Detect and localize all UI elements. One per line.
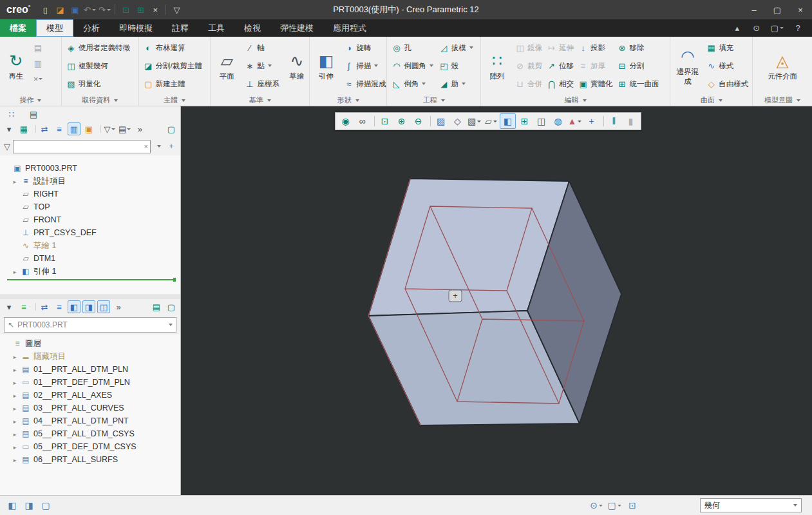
- ribbon-tab[interactable]: 即時模擬: [109, 19, 162, 37]
- group-label-editing[interactable]: 編輯: [483, 95, 668, 106]
- new-body-button[interactable]: ▢新建主體: [141, 75, 204, 93]
- customize-quick-access-icon[interactable]: ▽: [169, 2, 184, 17]
- expand-arrow-icon[interactable]: [12, 365, 18, 374]
- command-search-icon[interactable]: ⊙: [751, 21, 762, 36]
- windows-icon[interactable]: ⊞: [133, 2, 147, 17]
- expand-arrow-icon[interactable]: [3, 339, 10, 348]
- layer-tree-item[interactable]: 圖層: [3, 337, 180, 350]
- offset-button[interactable]: ↗位移: [544, 57, 576, 75]
- browser-pane-icon[interactable]: ◧: [5, 498, 19, 512]
- ribbon-tab[interactable]: 檔案: [0, 19, 36, 37]
- tree-settings-icon[interactable]: ▤: [118, 122, 131, 135]
- expand-arrow-icon[interactable]: [12, 403, 18, 413]
- notebook-icon[interactable]: ▢: [165, 300, 178, 313]
- model-tree-item[interactable]: 引伸 1: [3, 265, 180, 278]
- boolean-operations-button[interactable]: ◐布林運算: [141, 39, 204, 57]
- model-tree-tab-icon[interactable]: ∷: [5, 108, 18, 121]
- ribbon-tab[interactable]: 應用程式: [323, 19, 376, 37]
- solidify-button[interactable]: ▣實體化: [576, 75, 615, 93]
- swept-blend-button[interactable]: ≈掃描混成: [341, 75, 388, 93]
- feature-list-icon[interactable]: ▣: [82, 122, 95, 135]
- model-tree-item[interactable]: FRONT: [3, 213, 180, 226]
- selection-filter-combobox[interactable]: 幾何: [700, 498, 802, 512]
- expand-arrow-icon[interactable]: [12, 455, 18, 464]
- thicken-button[interactable]: ≡加厚: [576, 57, 615, 75]
- rib-button[interactable]: ◢肋: [437, 75, 475, 93]
- intersect-button[interactable]: ⋂相交: [544, 75, 576, 93]
- model-tree-item[interactable]: TOP: [3, 200, 180, 213]
- show-status-toggle-icon[interactable]: ◫: [97, 300, 110, 313]
- layer-info-icon[interactable]: ▤: [150, 300, 163, 313]
- undo-icon[interactable]: ↶: [82, 2, 97, 17]
- layer-tree-item[interactable]: 隱藏項目: [3, 350, 180, 363]
- group-label-get-data[interactable]: 取得資料: [64, 95, 137, 106]
- redo-icon[interactable]: ↷: [97, 2, 111, 17]
- model-tree-filter-input[interactable]: [13, 140, 151, 153]
- expand-arrow-icon[interactable]: [12, 429, 18, 438]
- expand-arrow-icon[interactable]: [12, 177, 18, 186]
- remove-button[interactable]: ⊗移除: [615, 39, 661, 57]
- ribbon-tab[interactable]: 工具: [198, 19, 234, 37]
- component-interface-button[interactable]: ◬元件介面: [766, 39, 799, 95]
- folder-browser-tab-icon[interactable]: ▤: [27, 108, 40, 121]
- draft-button[interactable]: ◿拔模: [437, 39, 475, 57]
- show-layers-toggle-icon[interactable]: ◨: [82, 300, 95, 313]
- layer-tree-item[interactable]: 05__PRT_DEF_DTM_CSYS: [3, 440, 180, 453]
- full-screen-icon[interactable]: ▢: [39, 498, 53, 512]
- navigator-pane-icon[interactable]: ◨: [22, 498, 36, 512]
- paste-icon[interactable]: ▤: [32, 41, 44, 54]
- paste-special-icon[interactable]: ▥: [32, 57, 44, 70]
- model-tree-item[interactable]: RIGHT: [3, 188, 180, 200]
- group-label-engineering[interactable]: 工程: [389, 95, 478, 106]
- extend-button[interactable]: ↦延伸: [544, 39, 576, 57]
- group-label-model-intent[interactable]: 模型意圖: [755, 95, 810, 106]
- model-tree-item[interactable]: DTM1: [3, 252, 180, 265]
- window-display-icon[interactable]: ▢: [771, 21, 784, 36]
- expand-arrow-icon[interactable]: [12, 352, 18, 361]
- find-icon[interactable]: ⊡: [625, 498, 639, 512]
- tree-list-icon[interactable]: ≡: [53, 122, 66, 135]
- mirror-button[interactable]: ◫鏡像: [513, 39, 544, 57]
- layer-list-icon[interactable]: ≡: [53, 300, 66, 313]
- shrinkwrap-button[interactable]: ▧羽量化: [64, 75, 133, 93]
- expand-arrow-icon[interactable]: [12, 378, 18, 387]
- style-button[interactable]: ∿樣式: [704, 57, 750, 75]
- expand-arrow-icon[interactable]: [12, 241, 18, 250]
- group-label-shapes[interactable]: 形狀: [312, 95, 384, 106]
- expand-arrow-icon[interactable]: [3, 164, 10, 173]
- layer-object-combobox[interactable]: ↖ PRT0003.PRT: [4, 317, 176, 333]
- regenerate-button[interactable]: ↻ 再生: [2, 39, 30, 95]
- layer-tree-item[interactable]: 04__PRT_ALL_DTM_PNT: [3, 414, 180, 427]
- collapse-tree-icon[interactable]: ▾: [3, 122, 15, 135]
- notebook-icon[interactable]: ▢: [165, 122, 178, 135]
- round-button[interactable]: ◠倒圓角: [389, 57, 435, 75]
- coordinate-system-button[interactable]: ⊥座標系: [242, 75, 281, 93]
- boundary-blend-button[interactable]: ◠邊界混成: [672, 39, 703, 95]
- help-icon[interactable]: ?: [793, 21, 803, 36]
- ribbon-tab[interactable]: 彈性建模: [270, 19, 323, 37]
- box-select-icon[interactable]: ▢: [607, 498, 621, 512]
- expand-arrow-icon[interactable]: [12, 254, 18, 263]
- revolve-button[interactable]: ◑旋轉: [341, 39, 388, 57]
- expand-arrow-icon[interactable]: [12, 202, 18, 211]
- active-tree-icon[interactable]: ▦: [17, 122, 30, 135]
- fill-button[interactable]: ▦填充: [704, 39, 750, 57]
- copy-geometry-button[interactable]: ◫複製幾何: [64, 57, 133, 75]
- group-label-datum[interactable]: 基準: [212, 95, 307, 106]
- layer-tree-item[interactable]: 03__PRT_ALL_CURVES: [3, 402, 180, 414]
- udf-button[interactable]: ◈使用者定義特徵: [64, 39, 133, 57]
- clear-filter-icon[interactable]: ×: [144, 142, 148, 151]
- graphics-area[interactable]: ◉∞⊡⊕⊖▨◇▧▱◧⊞◫◍▲+‖▮ +: [181, 106, 812, 495]
- ribbon-tab[interactable]: 模型: [36, 19, 73, 37]
- tree-filter-icon[interactable]: ▽: [103, 122, 116, 135]
- maximize-button[interactable]: ▢: [766, 0, 789, 19]
- shell-button[interactable]: ◰殼: [437, 57, 475, 75]
- axis-button[interactable]: ∕軸: [242, 39, 281, 57]
- expand-arrow-icon[interactable]: [12, 442, 18, 451]
- point-button[interactable]: ∗點: [242, 57, 281, 75]
- expand-arrow-icon[interactable]: [12, 267, 18, 276]
- new-file-icon[interactable]: ▯: [38, 2, 52, 17]
- expand-arrow-icon[interactable]: [12, 228, 18, 237]
- expand-arrow-icon[interactable]: [12, 215, 18, 224]
- layer-tree-item[interactable]: 01__PRT_DEF_DTM_PLN: [3, 376, 180, 389]
